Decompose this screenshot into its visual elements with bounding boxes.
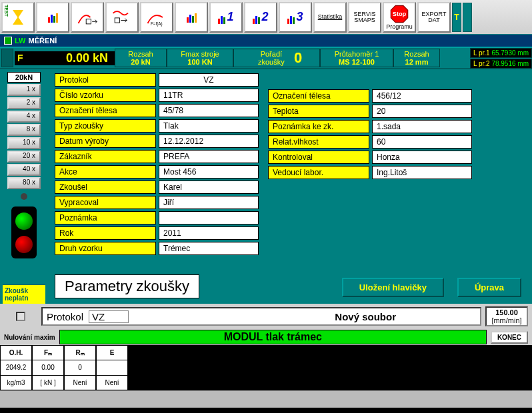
mult-2x[interactable]: 2 x (7, 97, 41, 109)
status-poradi: Pořadí zkoušky 0 (233, 49, 320, 67)
field-value[interactable]: 60 (372, 135, 472, 149)
toolbar-export[interactable]: EXPORT DAT (417, 2, 451, 33)
field-value[interactable] (159, 211, 259, 224)
lpr2: L pr.2 78.9516 mm (470, 59, 532, 69)
field-label: Označení tělesa (55, 104, 156, 117)
field-label: Číslo vzorku (55, 89, 156, 102)
form-row: AkceMost 456 (55, 165, 259, 179)
form-row: Poznámka (55, 211, 259, 224)
mult-4x[interactable]: 4 x (7, 111, 41, 123)
form-row: Teplota20 (268, 105, 472, 118)
field-value[interactable]: Honza (372, 151, 472, 164)
field-label: Druh vzorku (55, 242, 156, 255)
mult-8x[interactable]: 8 x (7, 124, 41, 136)
field-value[interactable]: 20 (372, 105, 472, 118)
form-row: Typ zkouškyTlak (55, 119, 259, 133)
form-area: ProtokolVZČíslo vzorku11TROznačení těles… (48, 69, 532, 304)
field-label: Poznámka (55, 211, 156, 224)
form-row: KontrolovalHonza (268, 151, 472, 164)
toolbar-chart-1[interactable] (36, 2, 69, 33)
form-row: ProtokolVZ (55, 73, 259, 87)
field-value[interactable]: Tlak (159, 119, 259, 133)
speed-display: 150.00 [mm/min] (485, 306, 528, 326)
toolbar-servis[interactable]: SERVIS SMAPS (348, 2, 381, 33)
data-col-fm: Fₘ0.00[ kN ] (32, 345, 64, 390)
field-value[interactable]: 1.sada (372, 120, 472, 133)
form-row: Označení tělesa456/12 (268, 89, 472, 103)
field-label: Typ zkoušky (55, 119, 156, 133)
field-value[interactable]: Karel (159, 181, 259, 194)
field-value[interactable]: Ing.Litoš (372, 166, 472, 179)
field-label: Vypracoval (55, 196, 156, 209)
field-value[interactable]: Trémec (159, 242, 259, 255)
form-row: Datum výroby12.12.2012 (55, 135, 259, 148)
form-col-right: Označení tělesa456/12Teplota20Poznámka k… (268, 89, 472, 255)
status-bar: F 0.00 kN Rozsah20 kN Fmax stroje100 KN … (0, 47, 532, 69)
modul-label: MODUL tlak trámec (59, 330, 487, 344)
toolbar-chart-num-3[interactable]: 3 (279, 2, 312, 33)
form-row: Rok2011 (55, 226, 259, 240)
field-label: Akce (55, 165, 156, 179)
form-row: ZákazníkPREFA (55, 150, 259, 163)
status-rozsah: Rozsah20 kN (115, 49, 167, 67)
toolbar-chart-box-arrow[interactable] (105, 2, 139, 33)
lpr1: L pr.1 65.7930 mm (470, 48, 532, 58)
field-value[interactable]: 456/12 (372, 89, 472, 103)
status-handle (1, 49, 13, 67)
checkbox-indicator[interactable] (16, 312, 25, 321)
save-header-button[interactable]: Uložení hlavičky (342, 278, 444, 297)
scale-label: 20kN (7, 72, 41, 83)
form-row: Poznámka ke zk.1.sada (268, 120, 472, 133)
field-value[interactable]: PREFA (159, 150, 259, 163)
field-value[interactable]: Jiří (159, 196, 259, 209)
toolbar-stop[interactable]: Stop Programu (383, 2, 416, 33)
field-value[interactable]: 12.12.2012 (159, 135, 259, 148)
status-fmax: Fmax stroje100 KN (167, 49, 233, 67)
field-label: Relat.vlhkost (268, 135, 369, 149)
force-display: F 0.00 kN (15, 51, 115, 65)
field-label: Datum výroby (55, 135, 156, 148)
toolbar-statistika[interactable]: Statistika (313, 2, 347, 33)
field-value[interactable]: 2011 (159, 226, 259, 240)
test-button[interactable]: TEST (1, 2, 35, 33)
field-label: Rok (55, 226, 156, 240)
field-value[interactable]: Most 456 (159, 165, 259, 179)
data-col-rm: Rₘ0Není (64, 345, 96, 390)
svg-rect-1 (115, 17, 119, 22)
field-label: Kontroloval (268, 151, 369, 164)
window-title: MĚŘENÍ (29, 37, 57, 45)
edit-button[interactable]: Úprava (457, 278, 521, 297)
toolbar-chart-num-2[interactable]: 2 (244, 2, 277, 33)
nulovani-maxim[interactable]: Nulování maxim (4, 334, 55, 341)
field-value[interactable]: 11TR (159, 89, 259, 102)
toolbar-fx-chart[interactable]: F=f(A) (140, 2, 173, 33)
toolbar-indicator-blank (463, 3, 472, 32)
konec-button[interactable]: KONEC (491, 331, 528, 344)
protokol-value[interactable]: VZ (89, 310, 129, 323)
form-row: VypracovalJiří (55, 196, 259, 209)
status-prutahomer: Průtahoměr 1MS 12-100 (320, 49, 393, 67)
form-row: Druh vzorkuTrémec (55, 242, 259, 255)
field-label: Zkoušel (55, 181, 156, 194)
main-toolbar: TEST F=f(A) 1 2 3 Statistika SERVIS SMAP… (0, 0, 532, 35)
mult-10x[interactable]: 10 x (7, 137, 41, 149)
novy-soubor: Nový soubor (335, 311, 396, 322)
field-value[interactable]: 45/78 (159, 104, 259, 117)
mult-20x[interactable]: 20 x (7, 151, 41, 163)
svg-text:Stop: Stop (393, 11, 407, 17)
form-row: Číslo vzorku11TR (55, 89, 259, 102)
toolbar-chart-num-1[interactable]: 1 (209, 2, 243, 33)
footer (0, 390, 532, 408)
data-strip: O.H.2049.2kg/m3 Fₘ0.00[ kN ] Rₘ0Není ENe… (0, 345, 532, 390)
titlebar-icon (4, 37, 12, 45)
status-rozsah2: Rozsah12 mm (393, 49, 440, 67)
mult-1x[interactable]: 1 x (7, 84, 41, 96)
field-value[interactable]: VZ (159, 73, 259, 87)
mult-40x[interactable]: 40 x (7, 164, 41, 176)
svg-rect-0 (86, 19, 91, 23)
zkousk-neplatn[interactable]: Zkoušk neplatn (3, 284, 45, 304)
mult-80x[interactable]: 80 x (7, 177, 41, 189)
toolbar-chart-5[interactable] (175, 2, 208, 33)
form-col-left: ProtokolVZČíslo vzorku11TROznačení těles… (55, 73, 259, 255)
toolbar-chart-arrow[interactable] (71, 2, 104, 33)
